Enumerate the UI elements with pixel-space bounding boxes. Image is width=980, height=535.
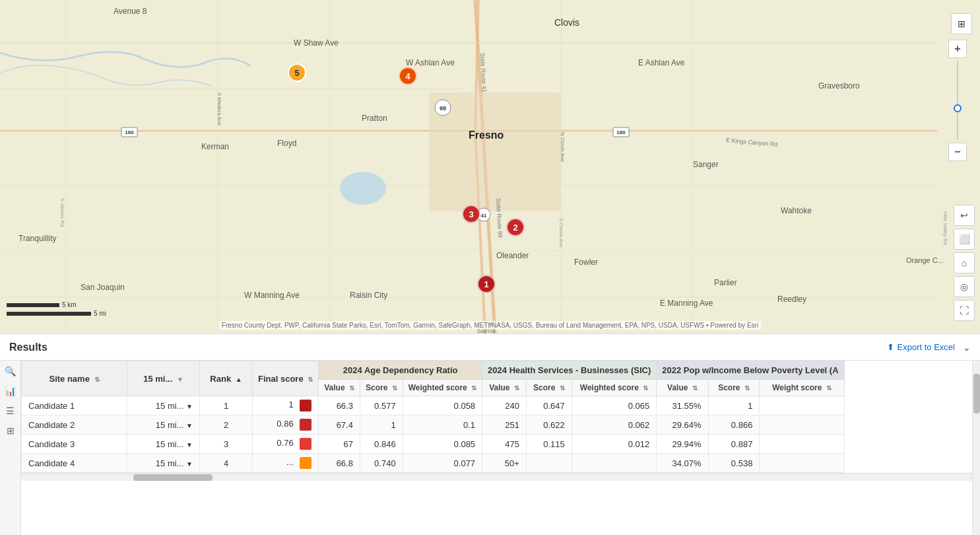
collapse-results-button[interactable]: ⌄: [963, 342, 971, 353]
score-color-1: [300, 419, 311, 431]
cell-health-val-1: 251: [482, 415, 527, 435]
score-color-0: [300, 400, 311, 411]
marker-label-1: 1: [484, 279, 488, 289]
map-marker-3[interactable]: 3: [462, 205, 480, 223]
sub-header-health-score[interactable]: Score ⇅: [526, 380, 572, 396]
back-button[interactable]: ↩: [954, 205, 975, 226]
svg-text:S James Rd: S James Rd: [59, 198, 65, 227]
map-container: 99 41 180 180 State Route 41 State Route…: [0, 0, 980, 334]
marker-label-4: 4: [405, 71, 410, 81]
cell-rank-3: 4: [200, 454, 253, 473]
grid-icon-button[interactable]: ⊞: [951, 13, 972, 34]
col-header-distance[interactable]: 15 mi... ▼: [127, 361, 200, 396]
map-label-sanjoquin: San Joaquin: [81, 283, 125, 292]
svg-text:180: 180: [616, 129, 626, 135]
home-button[interactable]: ⌂: [954, 252, 975, 273]
cell-health-score-1: 0.622: [526, 415, 572, 435]
map-label-wahtoke: Wahtoke: [781, 206, 812, 215]
zoom-out-button[interactable]: −: [948, 143, 967, 161]
sub-header-health-value[interactable]: Value ⇅: [482, 380, 527, 396]
cell-poverty-score-0: 1: [708, 396, 760, 415]
cell-final-2: 0.76: [253, 435, 319, 454]
cell-age-score-2: 0.846: [360, 435, 403, 454]
map-marker-4[interactable]: 4: [399, 67, 417, 85]
cell-dist-3: 15 mi... ▼: [127, 454, 200, 473]
map-marker-5[interactable]: 5: [288, 63, 306, 82]
cell-final-3: ...: [253, 454, 319, 473]
cell-poverty-weighted-3: [760, 454, 844, 473]
cell-health-val-0: 240: [482, 396, 527, 415]
zoom-slider-thumb[interactable]: [954, 104, 962, 112]
map-side-buttons: ↩ ⬜ ⌂ ◎ ⛶: [954, 205, 975, 321]
map-label-raisincity: Raisin City: [350, 291, 387, 300]
cell-health-weighted-3: [572, 454, 656, 473]
v-scroll-thumb[interactable]: [973, 374, 980, 413]
sub-header-poverty-value[interactable]: Value ⇅: [657, 380, 708, 396]
cell-dist-2: 15 mi... ▼: [127, 435, 200, 454]
sub-header-poverty-weighted[interactable]: Weight score ⇅: [760, 380, 844, 396]
zoom-slider-track[interactable]: [957, 61, 958, 140]
sort-icon-site[interactable]: ⇅: [94, 376, 100, 383]
cell-health-score-2: 0.115: [526, 435, 572, 454]
svg-text:41: 41: [481, 213, 487, 219]
group-header-health: 2024 Health Services - Businesses (SIC): [482, 361, 657, 380]
table-row: Candidate 1 15 mi... ▼ 1 1 66.3 0.577 0.…: [22, 396, 845, 415]
map-marker-2[interactable]: 2: [506, 218, 525, 236]
table-row: Candidate 2 15 mi... ▼ 2 0.86 67.4 1 0.1…: [22, 415, 845, 435]
cell-age-weighted-2: 0.085: [403, 435, 482, 454]
sort-icon-rank[interactable]: ▲: [236, 376, 242, 383]
cell-age-val-3: 66.8: [319, 454, 360, 473]
sub-header-age-weighted[interactable]: Weighted score ⇅: [403, 380, 482, 396]
cell-poverty-score-1: 0.866: [708, 415, 760, 435]
map-toolbar: ⊞: [951, 13, 972, 34]
table-icon[interactable]: ⊞: [7, 425, 15, 436]
sub-header-health-weighted[interactable]: Weighted score ⇅: [572, 380, 656, 396]
zoom-in-button[interactable]: +: [948, 40, 967, 58]
sub-header-poverty-score[interactable]: Score ⇅: [708, 380, 760, 396]
map-label-fresno: Fresno: [469, 129, 504, 141]
cell-health-val-3: 50+: [482, 454, 527, 473]
map-label-clovis: Clovis: [554, 17, 579, 28]
group-header-age: 2024 Age Dependency Ratio: [319, 361, 482, 380]
vertical-scrollbar[interactable]: [972, 361, 980, 535]
sub-header-age-score[interactable]: Score ⇅: [360, 380, 403, 396]
map-label-pratton: Pratton: [362, 114, 387, 123]
h-scroll-thumb[interactable]: [133, 474, 212, 481]
list-icon[interactable]: ☰: [6, 406, 15, 416]
map-collapse-handle[interactable]: ⌃: [486, 321, 494, 334]
search-icon[interactable]: 🔍: [5, 366, 16, 376]
location-button[interactable]: ◎: [954, 276, 975, 297]
cell-dist-0: 15 mi... ▼: [127, 396, 200, 415]
results-title: Results: [9, 341, 48, 353]
sort-icon-final[interactable]: ⇅: [308, 376, 313, 383]
map-label-gravesboro: Gravesboro: [818, 81, 860, 90]
horizontal-scrollbar[interactable]: [21, 473, 980, 481]
cell-poverty-val-1: 29.64%: [657, 415, 708, 435]
cell-poverty-val-2: 29.94%: [657, 435, 708, 454]
export-excel-button[interactable]: ⬆ Export to Excel: [887, 342, 955, 352]
map-label-floyd: Floyd: [277, 139, 296, 148]
expand-button[interactable]: ⬜: [954, 229, 975, 250]
cell-poverty-weighted-2: [760, 435, 844, 454]
svg-text:S Madera Ave: S Madera Ave: [216, 92, 222, 126]
sub-header-age-value[interactable]: Value ⇅: [319, 380, 360, 396]
svg-point-2: [340, 172, 386, 205]
scale-km: 5 km: [62, 301, 77, 308]
sort-icon-dist[interactable]: ▼: [177, 376, 183, 383]
col-header-final-score[interactable]: Final score ⇅: [253, 361, 319, 396]
results-table-wrapper[interactable]: Site name ⇅ 15 mi... ▼ Rank ▲ Final sc: [21, 361, 980, 535]
col-header-site[interactable]: Site name ⇅: [22, 361, 127, 396]
map-label-reedley: Reedley: [777, 295, 806, 304]
chart-icon[interactable]: 📊: [5, 386, 16, 396]
table-container: 🔍 📊 ☰ ⊞ Site name ⇅ 15 mi... ▼: [0, 361, 980, 535]
map-label-fowler: Fowler: [574, 258, 598, 267]
map-label-orangec: Orange C...: [906, 256, 944, 264]
col-header-rank[interactable]: Rank ▲: [200, 361, 253, 396]
map-marker-1[interactable]: 1: [477, 275, 496, 293]
marker-label-2: 2: [513, 223, 517, 232]
table-row: Candidate 4 15 mi... ▼ 4 ... 66.8 0.740 …: [22, 454, 845, 473]
cell-poverty-weighted-0: [760, 396, 844, 415]
fullscreen-button[interactable]: ⛶: [954, 300, 975, 321]
cell-health-score-0: 0.647: [526, 396, 572, 415]
scale-mi: 5 mi: [94, 310, 106, 317]
